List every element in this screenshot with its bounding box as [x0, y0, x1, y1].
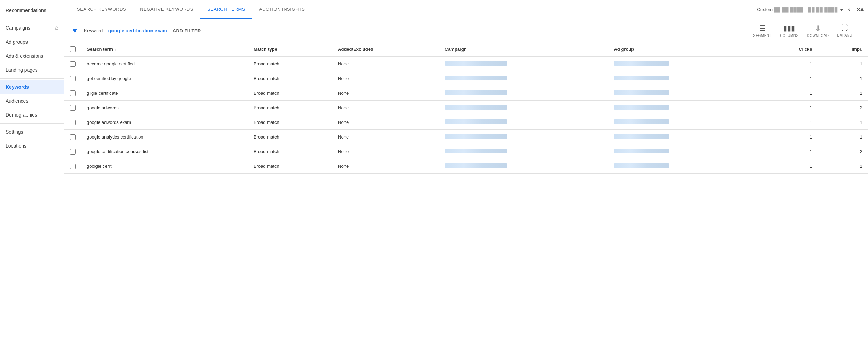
- sidebar-item-ad-groups[interactable]: Ad groups: [0, 35, 64, 49]
- columns-button[interactable]: ▮▮▮ COLUMNS: [780, 24, 799, 38]
- header-label-ad-group: Ad group: [614, 47, 634, 52]
- campaign-value-blurred: [445, 76, 507, 80]
- expand-label: EXPAND: [837, 33, 852, 37]
- match-type-value: Broad match: [254, 164, 279, 169]
- match-type-value: Broad match: [254, 149, 279, 154]
- expand-icon: ⛶: [841, 24, 848, 32]
- columns-label: COLUMNS: [780, 34, 799, 38]
- search-term-value: goolgle cerrt: [87, 164, 112, 169]
- ad-group-cell: [608, 159, 761, 174]
- sidebar-item-locations[interactable]: Locations: [0, 139, 64, 153]
- tab-search-keywords[interactable]: SEARCH KEYWORDS: [70, 0, 133, 19]
- sidebar-item-keywords[interactable]: Keywords: [0, 80, 64, 94]
- table-header: Search term↑Match typeAdded/ExcludedCamp…: [64, 42, 868, 56]
- added-excluded-value: None: [338, 134, 349, 140]
- nav-back-arrow[interactable]: ‹: [847, 5, 852, 15]
- clicks-cell: 1: [761, 144, 817, 159]
- toolbar-right: ☰ SEGMENT ▮▮▮ COLUMNS ⇓ DOWNLOAD ⛶ EXPAN…: [753, 24, 861, 38]
- match-type-cell: Broad match: [248, 71, 332, 86]
- impr-cell: 2: [817, 144, 868, 159]
- sidebar-item-landing-pages[interactable]: Landing pages: [0, 63, 64, 77]
- added-excluded-value: None: [338, 105, 349, 110]
- added-excluded-cell: None: [332, 71, 439, 86]
- campaign-cell: [439, 56, 609, 71]
- download-button[interactable]: ⇓ DOWNLOAD: [807, 24, 829, 38]
- tabs-right: Custom ██ ██ ████ - ██ ██ ████ ▼ ‹ ✕: [757, 5, 862, 15]
- row-checkbox[interactable]: [70, 149, 76, 155]
- row-checkbox-cell: [64, 130, 81, 144]
- filter-bar: ▼ Keyword: google certification exam ADD…: [64, 19, 868, 42]
- row-checkbox[interactable]: [70, 134, 76, 140]
- ad-group-cell: [608, 86, 761, 101]
- header-clicks: Clicks: [761, 42, 817, 56]
- campaign-value-blurred: [445, 90, 507, 95]
- sidebar-item-audiences[interactable]: Audiences: [0, 94, 64, 108]
- row-checkbox-cell: [64, 86, 81, 101]
- row-checkbox[interactable]: [70, 61, 76, 67]
- row-checkbox[interactable]: [70, 120, 76, 125]
- sidebar-item-campaigns[interactable]: Campaigns⌂: [0, 21, 64, 35]
- sidebar-item-settings[interactable]: Settings: [0, 125, 64, 139]
- ad-group-value-blurred: [614, 163, 669, 168]
- add-filter-button[interactable]: ADD FILTER: [173, 28, 201, 33]
- impr-cell: 1: [817, 159, 868, 174]
- collapse-arrow-icon[interactable]: ▲: [859, 6, 868, 13]
- row-checkbox[interactable]: [70, 76, 76, 81]
- row-checkbox[interactable]: [70, 105, 76, 111]
- sidebar: RecommendationsCampaigns⌂Ad groupsAds & …: [0, 0, 64, 364]
- download-label: DOWNLOAD: [807, 34, 829, 38]
- search-term-cell: giigle certificate: [81, 86, 248, 101]
- match-type-cell: Broad match: [248, 101, 332, 115]
- added-excluded-value: None: [338, 149, 349, 154]
- added-excluded-value: None: [338, 164, 349, 169]
- campaign-cell: [439, 86, 609, 101]
- header-impr: Impr.: [817, 42, 868, 56]
- row-checkbox[interactable]: [70, 90, 76, 96]
- impr-cell: 2: [817, 101, 868, 115]
- clicks-cell: 1: [761, 101, 817, 115]
- toolbar-divider: [861, 24, 861, 38]
- sidebar-item-demographics[interactable]: Demographics: [0, 108, 64, 122]
- match-type-cell: Broad match: [248, 86, 332, 101]
- clicks-cell: 1: [761, 86, 817, 101]
- search-term-cell: google analytics certification: [81, 130, 248, 144]
- sidebar-item-recommendations[interactable]: Recommendations: [0, 3, 64, 17]
- header-added-excluded: Added/Excluded: [332, 42, 439, 56]
- clicks-value: 1: [809, 120, 812, 125]
- campaign-value-blurred: [445, 61, 507, 66]
- row-checkbox-cell: [64, 159, 81, 174]
- campaign-cell: [439, 130, 609, 144]
- header-label-clicks: Clicks: [799, 47, 812, 52]
- header-label-campaign: Campaign: [445, 47, 467, 52]
- sidebar-item-ads-extensions[interactable]: Ads & extensions: [0, 49, 64, 63]
- sidebar-item-label-demographics: Demographics: [6, 112, 59, 118]
- sort-icon-search-term[interactable]: ↑: [114, 47, 116, 52]
- sidebar-item-label-keywords: Keywords: [6, 84, 59, 90]
- date-range-selector[interactable]: Custom ██ ██ ████ - ██ ██ ████ ▼: [757, 7, 844, 13]
- keyword-value: google certification exam: [108, 28, 167, 33]
- clicks-cell: 1: [761, 115, 817, 130]
- custom-date-value: ██ ██ ████ - ██ ██ ████: [774, 7, 838, 12]
- search-term-cell: google certification courses list: [81, 144, 248, 159]
- match-type-value: Broad match: [254, 61, 279, 66]
- sidebar-divider: [0, 123, 64, 124]
- segment-button[interactable]: ☰ SEGMENT: [753, 24, 772, 38]
- row-checkbox[interactable]: [70, 164, 76, 169]
- clicks-cell: 1: [761, 71, 817, 86]
- tab-search-terms[interactable]: SEARCH TERMS: [200, 0, 252, 19]
- header-label-match-type: Match type: [254, 47, 277, 52]
- tab-negative-keywords[interactable]: NEGATIVE KEYWORDS: [133, 0, 200, 19]
- row-checkbox-cell: [64, 101, 81, 115]
- table-body: become google certifiedBroad matchNone11…: [64, 56, 868, 174]
- table-row: get certified by googleBroad matchNone11: [64, 71, 868, 86]
- select-all-checkbox[interactable]: [70, 46, 76, 52]
- tab-auction-insights[interactable]: AUCTION INSIGHTS: [252, 0, 312, 19]
- header-checkbox-cell: [64, 42, 81, 56]
- expand-button[interactable]: ⛶ EXPAND: [837, 24, 852, 37]
- ad-group-value-blurred: [614, 149, 669, 153]
- search-term-cell: become google certified: [81, 56, 248, 71]
- match-type-value: Broad match: [254, 120, 279, 125]
- segment-icon: ☰: [759, 24, 766, 32]
- impr-value: 1: [860, 76, 862, 81]
- clicks-cell: 1: [761, 159, 817, 174]
